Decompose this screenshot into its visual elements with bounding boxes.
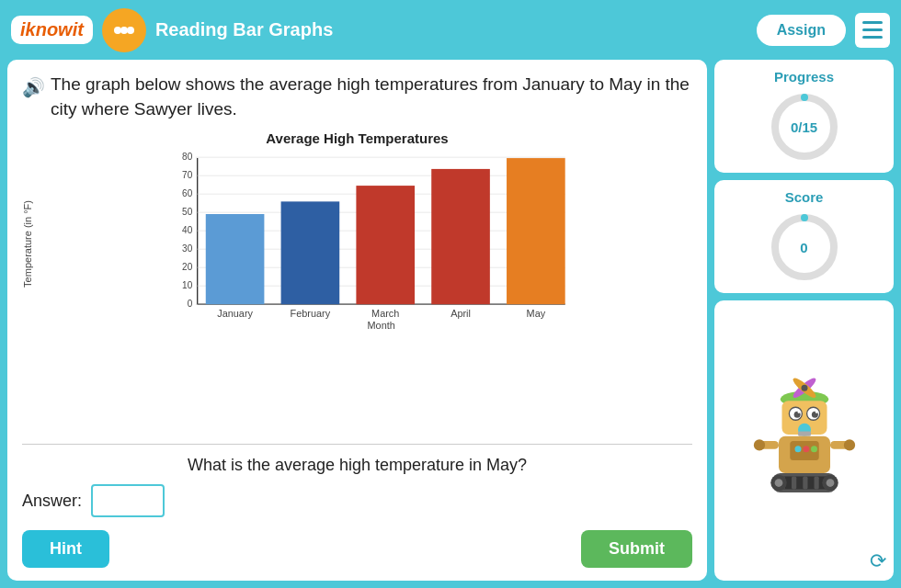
svg-point-65: [774, 479, 782, 487]
bar-may: [507, 158, 565, 304]
divider: [22, 444, 692, 445]
svg-point-66: [826, 479, 834, 487]
score-card: Score 0: [714, 180, 894, 293]
answer-input[interactable]: [91, 484, 165, 517]
svg-point-49: [794, 446, 801, 452]
svg-text:50: 50: [182, 207, 193, 217]
progress-card: Progress 0/15: [714, 60, 894, 173]
svg-text:April: April: [450, 308, 471, 319]
speaker-icon[interactable]: 🔊: [22, 74, 45, 100]
score-label: Score: [785, 189, 824, 205]
header: iknowit Reading Bar Graphs Assign: [0, 0, 901, 60]
svg-text:0: 0: [188, 299, 193, 309]
y-axis-label: Temperature (in °F): [22, 200, 33, 288]
logo-text: iknowit: [20, 19, 84, 40]
svg-text:Month: Month: [368, 321, 395, 332]
mascot-card: ⟳: [714, 300, 894, 581]
mascot-svg: [740, 377, 869, 505]
logo: iknowit: [11, 16, 93, 44]
bar-february: [281, 202, 340, 305]
menu-line: [862, 21, 883, 24]
chart-container: Average High Temperatures Temperature (i…: [22, 130, 692, 433]
assign-button[interactable]: Assign: [757, 15, 846, 46]
menu-button[interactable]: [855, 13, 890, 48]
bar-march: [356, 186, 415, 304]
svg-rect-46: [798, 431, 811, 435]
svg-point-37: [801, 384, 807, 390]
svg-text:80: 80: [182, 152, 193, 162]
svg-point-0: [114, 27, 121, 34]
answer-label: Answer:: [22, 492, 82, 511]
progress-ring: 0/15: [768, 90, 841, 164]
svg-rect-61: [814, 476, 818, 489]
chart-area: Temperature (in °F) 0 10: [22, 150, 692, 337]
svg-text:20: 20: [182, 262, 193, 272]
svg-point-55: [843, 439, 854, 450]
question-text: 🔊 The graph below shows the average high…: [22, 73, 692, 121]
svg-text:40: 40: [182, 225, 193, 235]
svg-text:10: 10: [182, 280, 193, 290]
menu-line: [862, 36, 883, 39]
score-value: 0: [800, 240, 807, 255]
score-ring: 0: [768, 210, 841, 284]
main-content: 🔊 The graph below shows the average high…: [0, 60, 901, 588]
bar-chart: 0 10 20 30 40: [37, 150, 692, 334]
svg-point-1: [120, 27, 128, 34]
svg-text:May: May: [527, 308, 546, 319]
chart-title: Average High Temperatures: [266, 130, 448, 146]
svg-point-44: [815, 411, 817, 413]
bottom-row: Hint Submit: [22, 530, 692, 568]
svg-point-2: [127, 27, 134, 34]
right-panel: Progress 0/15 Score 0: [714, 60, 894, 581]
lesson-title: Reading Bar Graphs: [155, 19, 747, 40]
sub-question: What is the average high temperature in …: [22, 456, 692, 475]
svg-point-50: [803, 446, 809, 452]
submit-button[interactable]: Submit: [581, 530, 692, 568]
left-panel: 🔊 The graph below shows the average high…: [7, 60, 707, 581]
svg-text:February: February: [291, 308, 331, 319]
svg-text:60: 60: [182, 188, 193, 198]
chart-svg-wrap: 0 10 20 30 40: [37, 150, 692, 337]
progress-label: Progress: [774, 69, 834, 85]
lesson-icon: [102, 8, 146, 52]
svg-point-53: [753, 439, 764, 450]
svg-point-43: [797, 411, 800, 413]
menu-line: [862, 28, 883, 31]
svg-text:March: March: [371, 308, 399, 319]
bar-april: [431, 169, 490, 304]
reload-icon[interactable]: ⟳: [870, 549, 886, 573]
hint-button[interactable]: Hint: [22, 530, 109, 568]
question-body: The graph below shows the average high t…: [51, 73, 692, 121]
svg-point-51: [811, 446, 817, 452]
progress-value: 0/15: [791, 119, 817, 135]
bar-january: [206, 214, 265, 304]
svg-rect-59: [792, 476, 796, 489]
svg-text:70: 70: [182, 170, 193, 180]
answer-row: Answer:: [22, 484, 692, 517]
svg-text:30: 30: [182, 243, 193, 254]
svg-rect-60: [803, 476, 807, 489]
svg-text:January: January: [217, 308, 253, 319]
